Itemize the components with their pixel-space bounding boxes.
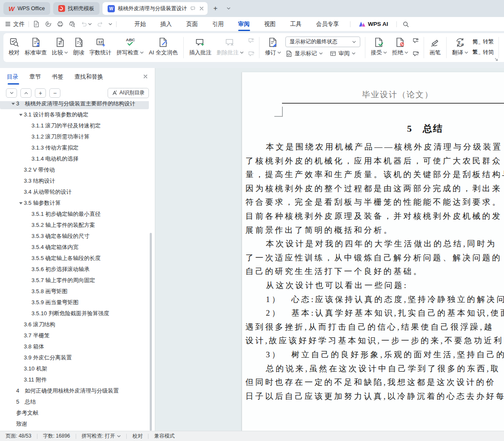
wps-ai-button[interactable]: WPS AI <box>356 21 391 27</box>
menu-item[interactable]: 工具 <box>283 17 309 31</box>
tab-comment-icon[interactable] <box>190 6 196 11</box>
sidebar-close-icon[interactable] <box>143 74 148 79</box>
brush-button[interactable]: 画笔 <box>427 35 443 60</box>
tab-sections[interactable]: 章节 <box>29 73 41 85</box>
toc-item[interactable]: 3.5.7 轴上零件的周向固定 <box>0 275 155 286</box>
export-pdf-icon[interactable] <box>45 20 52 28</box>
tab-close-icon[interactable] <box>199 6 204 11</box>
toc-item[interactable]: 参考文献 <box>0 407 155 418</box>
print-icon[interactable] <box>57 20 64 28</box>
tab-wps-home[interactable]: W WPS Office <box>3 2 50 15</box>
menu-item[interactable]: 视图 <box>257 17 283 31</box>
menu-item[interactable]: 审阅 <box>231 17 257 31</box>
toc-item[interactable]: 4 如何正确使用核桃外皮清理与分级装置 <box>0 385 155 396</box>
ai-recognize-toc-button[interactable]: AI识别目录 <box>108 88 149 98</box>
toc-item[interactable]: 5 总结 <box>0 396 155 407</box>
page-indicator[interactable]: 页面: 48/53 <box>6 433 31 440</box>
save-icon[interactable] <box>33 20 40 28</box>
toc-collapse-triangle-icon[interactable] <box>18 202 24 204</box>
spell-check-status[interactable]: 拼写检查: 打开 <box>82 433 121 440</box>
expand-all-button[interactable]: + <box>35 88 46 98</box>
collapse-all-button[interactable]: − <box>49 88 60 98</box>
word-count-button[interactable]: 12 字数统计 <box>87 35 114 60</box>
toc-item[interactable]: 3.5 轴参数计算 <box>0 198 155 209</box>
expand-next-button[interactable] <box>6 88 17 98</box>
toc-item[interactable]: 致谢 <box>0 418 155 430</box>
toc-item[interactable]: 3 核桃外皮清理与分级装置主要部件的结构设计 <box>0 101 149 109</box>
doc-line: 但同时也存在一定的不足和缺陷,我想这都是这次设计的价 <box>245 376 504 390</box>
standard-review-button[interactable]: 标准审查 <box>22 35 49 60</box>
toc-item[interactable]: 3.1 设计前各项参数的确定 <box>0 109 155 120</box>
show-markup-button[interactable]: 显示标记 <box>285 50 323 57</box>
toc-item[interactable]: 3.5.1 初步确定轴的最小直径 <box>0 209 155 220</box>
menu-item[interactable]: 开始 <box>127 17 153 31</box>
compare-button[interactable]: 比较 <box>49 35 71 60</box>
translate-button[interactable]: 文A 翻译 <box>450 35 471 60</box>
toc-item[interactable]: 3.5.3 确定各轴段的尺寸 <box>0 231 155 242</box>
document-canvas[interactable]: 毕业设计（论文） 5 总结 本文是围绕农用机械产品——核桃外皮清理与分级装置了核… <box>155 68 504 431</box>
to-simplified-button[interactable]: 繁→ 转简 <box>473 48 494 56</box>
dialog-launcher-icon[interactable] <box>495 58 498 61</box>
toc-item[interactable]: 3.11 附件 <box>0 374 155 385</box>
toolbar-more-chevron-icon[interactable] <box>108 23 112 25</box>
tab-find-replace[interactable]: 查找和替换 <box>74 73 103 85</box>
menu-item[interactable]: 页面 <box>179 17 205 31</box>
toc-item[interactable]: 3.6 滚刀结构 <box>0 319 155 330</box>
toc-item[interactable]: 3.2 V 带传动 <box>0 164 155 175</box>
print-preview-icon[interactable] <box>68 20 76 28</box>
restrict-edit-button[interactable]: 限制 <box>502 35 504 60</box>
toc-item[interactable]: 3.4 从动带轮的设计 <box>0 187 155 198</box>
doc-line: 目前各种核桃剥外皮原理及装备，并对核桃剥外皮机械的发 <box>245 209 504 223</box>
previous-change-icon[interactable] <box>412 37 420 44</box>
toc-item[interactable]: 3.10 机架 <box>0 363 155 374</box>
toc-item[interactable]: 3.1.3 传动方案拟定 <box>0 142 155 153</box>
toc-item[interactable]: 3.1.2 滚刀所需功率计算 <box>0 131 155 142</box>
toc-item[interactable]: 3.5.6 初步选择滚动轴承 <box>0 264 155 275</box>
toc-item[interactable]: 3.1.1 滚刀的半径及转速初定 <box>0 120 155 131</box>
toc-item[interactable]: 3.3 结构设计 <box>0 175 155 187</box>
toc-item[interactable]: 3.5.8 画弯矩图 <box>0 286 155 297</box>
accept-button[interactable]: 接受 <box>368 35 390 60</box>
toc-item[interactable]: 3.5.2 轴上零件的装配方案 <box>0 220 155 231</box>
to-traditional-button[interactable]: 简→ 转繁 <box>473 38 494 45</box>
search-icon[interactable] <box>402 21 409 28</box>
file-menu-button[interactable]: 文件 <box>5 20 25 28</box>
insert-comment-button[interactable]: 插入批注 <box>187 35 214 60</box>
toc-collapse-triangle-icon[interactable] <box>10 103 16 105</box>
toc-item[interactable]: 3.9 外皮仁分离装置 <box>0 352 155 363</box>
menu-item[interactable]: 会员专享 <box>309 17 346 31</box>
toc-collapse-triangle-icon[interactable] <box>18 114 24 116</box>
toc-item[interactable]: 3.8 箱体 <box>0 341 155 352</box>
toc-item[interactable]: 3.5.5 确定轴上各轴段的长度 <box>0 253 155 264</box>
spell-check-button[interactable]: ABC 拼写检查 <box>114 35 146 60</box>
sidebar-scrollbar[interactable] <box>150 233 152 431</box>
reject-button[interactable]: 拒绝 <box>390 35 411 60</box>
tab-contents[interactable]: 目录 <box>7 73 18 85</box>
markup-state-select[interactable]: 显示标记的最终状态 <box>285 37 360 47</box>
document-page[interactable]: 毕业设计（论文） 5 总结 本文是围绕农用机械产品——核桃外皮清理与分级装置了核… <box>242 72 504 431</box>
word-count-indicator[interactable]: 字数: 16896 <box>43 433 70 440</box>
menu-item[interactable]: 插入 <box>153 17 179 31</box>
tab-list-chevron-icon[interactable] <box>224 3 234 14</box>
toc-item[interactable]: 3.7 半栅笼 <box>0 330 155 341</box>
toc-item[interactable]: 3.5.9 画当量弯矩图 <box>0 297 155 308</box>
proofread-button[interactable]: 校对 <box>6 35 22 60</box>
new-tab-button[interactable]: + <box>211 3 221 14</box>
brush-label: 画笔 <box>430 49 441 57</box>
toc-item[interactable]: 3.5.4 确定箱体内宽 <box>0 242 155 253</box>
tab-docer[interactable]: 找稻壳模板 <box>53 2 100 15</box>
collapse-prev-button[interactable] <box>20 88 31 98</box>
tab-document[interactable]: W 核桃外皮清理与分级装置设计 <box>103 2 208 15</box>
proofread-status[interactable]: 校对 <box>132 433 142 440</box>
toc-item[interactable]: 3.5.10 判断危险截面并验算强度 <box>0 308 155 319</box>
menu-item[interactable]: 引用 <box>205 17 231 31</box>
toc-item[interactable]: 3.1.4 电动机的选择 <box>0 153 155 164</box>
review-pane-button[interactable]: 审阅 <box>330 50 356 57</box>
doc-line: 量，提高生产效率和生产质量。该机的关键部分是刮板结构与 <box>245 168 504 182</box>
tab-bookmarks[interactable]: 书签 <box>52 73 63 85</box>
toc-item-label: 3.5 轴参数计算 <box>24 199 61 207</box>
ai-polish-button[interactable]: AI 全文润色 <box>146 35 180 60</box>
read-aloud-button[interactable]: 朗读 <box>71 35 87 60</box>
next-change-icon[interactable] <box>412 50 420 57</box>
track-changes-button[interactable]: 修订 <box>262 35 284 60</box>
